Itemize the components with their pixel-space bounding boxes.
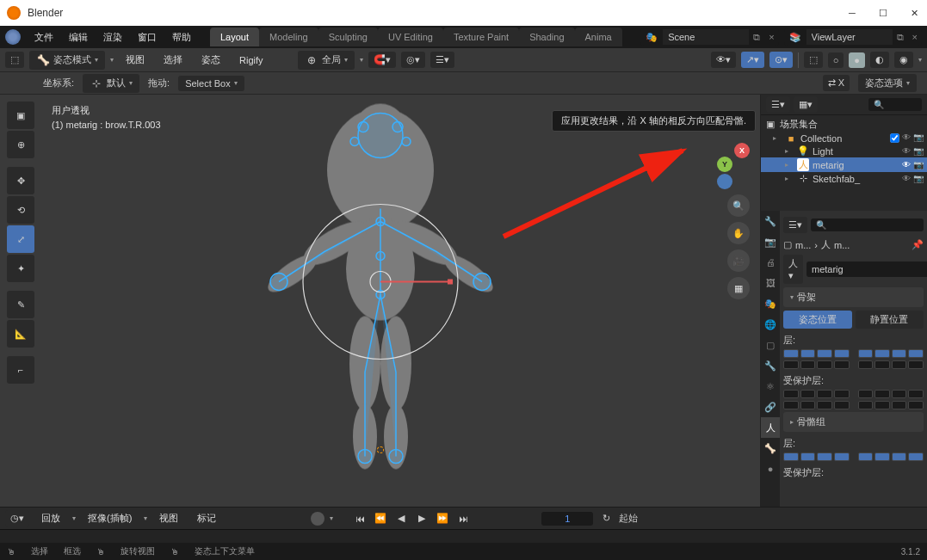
ptab-tool[interactable]: 🔧 [761, 211, 780, 231]
axis-x-icon[interactable]: X [734, 143, 750, 158]
ptab-world[interactable]: 🌐 [761, 314, 780, 335]
tree-metarig[interactable]: ▸ 人 metarig 👁 📷 [761, 157, 927, 172]
camera-view-button[interactable]: 🎥 [727, 249, 750, 272]
play-button[interactable]: ▶ [414, 511, 430, 526]
play-reverse-button[interactable]: ◀ [393, 511, 409, 526]
app-icon[interactable] [5, 29, 21, 45]
mirror-x-button[interactable]: ⇄ X [823, 75, 850, 91]
ptab-constraint[interactable]: 🔗 [761, 397, 780, 417]
perspective-toggle-button[interactable]: ▦ [727, 277, 750, 299]
outliner-display-mode[interactable]: ☰▾ [766, 96, 790, 113]
outliner-search[interactable]: 🔍 [868, 98, 923, 111]
timeline-view[interactable]: 视图 [152, 508, 185, 528]
shading-solid[interactable]: ● [849, 52, 865, 68]
menu-render[interactable]: 渲染 [96, 28, 129, 47]
workspace-modeling[interactable]: Modeling [259, 28, 318, 46]
snap-toggle[interactable]: 🧲▾ [368, 52, 396, 68]
ptab-scene[interactable]: 🎭 [761, 293, 780, 314]
minimize-button[interactable]: ─ [846, 7, 858, 19]
workspace-texture[interactable]: Texture Paint [443, 28, 519, 46]
menu-pose[interactable]: 姿态 [195, 50, 227, 70]
keyframe-next-button[interactable]: ⏩ [435, 511, 450, 526]
tree-collection[interactable]: ▸ ■ Collection 👁 📷 [761, 132, 927, 145]
ptab-physics[interactable]: ⚛ [761, 376, 780, 397]
armature-layers[interactable] [783, 349, 924, 358]
visibility-dropdown[interactable]: 👁▾ [711, 52, 736, 68]
timeline-editor-icon[interactable]: ◷▾ [5, 510, 29, 526]
tool-extrude[interactable]: ⌐ [7, 356, 34, 384]
tool-rotate[interactable]: ⟲ [7, 196, 34, 224]
tool-measure[interactable]: 📐 [7, 320, 34, 348]
armature-name-input[interactable] [806, 262, 927, 277]
overlay-toggle[interactable]: ⊙▾ [769, 52, 793, 68]
3d-viewport[interactable]: ▣ ⊕ ✥ ⟲ ⤢ ✦ ✎ 📐 ⌐ 用户透视 (1) metarig : bro… [0, 95, 760, 507]
pill-pose-position[interactable]: 姿态位置 [783, 311, 852, 329]
chevron-down-icon[interactable]: ▾ [918, 56, 922, 64]
ptab-material[interactable]: ● [761, 458, 780, 479]
options-icon[interactable]: ☰▾ [430, 52, 454, 68]
protected-layers-2[interactable] [783, 401, 924, 409]
tool-transform[interactable]: ✦ [7, 255, 34, 282]
tree-scene-collection[interactable]: ▣ 场景集合 [761, 117, 927, 132]
jump-end-button[interactable]: ⏭ [455, 511, 471, 526]
scene-copy-icon[interactable]: ⧉ [749, 32, 764, 43]
scene-delete-icon[interactable]: × [764, 32, 778, 42]
menu-view[interactable]: 视图 [119, 50, 151, 70]
expand-icon[interactable]: ▸ [785, 161, 794, 169]
jump-start-button[interactable]: ⏮ [352, 511, 368, 526]
ptab-output[interactable]: 🖨 [761, 252, 780, 273]
ptab-viewlayer[interactable]: 🖼 [761, 273, 780, 293]
shading-rendered[interactable]: ◉ [894, 52, 913, 68]
timeline-track[interactable] [0, 529, 927, 543]
viewlayer-copy-icon[interactable]: ⧉ [893, 32, 908, 43]
props-options-icon[interactable]: ☰▾ [783, 217, 807, 233]
viewlayer-field[interactable]: 📚 ⧉ × [784, 28, 922, 46]
tree-light[interactable]: ▸ 💡 Light 👁 📷 [761, 145, 927, 157]
workspace-shading[interactable]: Shading [519, 28, 574, 46]
timeline-marker[interactable]: 标记 [190, 508, 223, 528]
axis-y-icon[interactable]: Y [717, 157, 732, 172]
tool-scale[interactable]: ⤢ [7, 225, 34, 253]
ptab-bone[interactable]: 🦴 [761, 438, 780, 458]
frame-reset-icon[interactable]: ↻ [598, 511, 614, 526]
menu-help[interactable]: 帮助 [165, 28, 198, 47]
pill-rest-position[interactable]: 静置位置 [856, 311, 924, 329]
ptab-armature[interactable]: 人 [761, 417, 780, 438]
proportional-toggle[interactable]: ◎▾ [401, 52, 425, 68]
tree-sketchfab[interactable]: ▸ ⊹ Sketchfab_ 👁 📷 [761, 172, 927, 185]
menu-file[interactable]: 文件 [28, 28, 60, 47]
menu-edit[interactable]: 编辑 [62, 28, 95, 47]
nav-gizmo[interactable]: X Y [695, 129, 750, 184]
armature-layers-2[interactable] [783, 360, 924, 369]
chevron-down-icon[interactable]: ▾ [360, 56, 363, 64]
workspace-layout[interactable]: Layout [210, 28, 259, 46]
workspace-sculpting[interactable]: Sculpting [318, 28, 378, 46]
collection-checkbox[interactable] [891, 133, 899, 142]
maximize-button[interactable]: ☐ [877, 7, 889, 19]
viewlayer-browse-icon[interactable]: 📚 [784, 32, 806, 43]
autokey-toggle[interactable] [311, 512, 324, 526]
expand-icon[interactable]: ▸ [785, 175, 794, 182]
current-frame-input[interactable] [541, 512, 593, 526]
mode-dropdown[interactable]: 🦴 姿态模式 ▾ [29, 51, 105, 70]
tool-annotate[interactable]: ✎ [7, 291, 34, 318]
expand-icon[interactable]: ▸ [785, 147, 794, 155]
timeline-playback[interactable]: 回放 [34, 508, 67, 528]
ptab-render[interactable]: 📷 [761, 231, 780, 252]
viewlayer-delete-icon[interactable]: × [908, 32, 922, 42]
close-button[interactable]: ✕ [908, 7, 920, 19]
pose-options-dropdown[interactable]: 姿态选项 ▾ [858, 74, 917, 92]
viewlayer-input[interactable] [806, 29, 893, 45]
panel-armature[interactable]: ▾骨架 [783, 287, 924, 307]
panel-bonegroups[interactable]: ▸骨骼组 [783, 412, 924, 432]
protected-layers[interactable] [783, 390, 924, 398]
ptab-modifier[interactable]: 🔧 [761, 355, 780, 376]
scene-input[interactable] [663, 29, 749, 45]
scene-browse-icon[interactable]: 🎭 [640, 32, 663, 43]
drag-dropdown[interactable]: Select Box ▾ [178, 76, 244, 91]
shading-wireframe[interactable]: ○ [828, 52, 844, 68]
menu-rigify[interactable]: Rigify [232, 52, 270, 69]
outliner-filter-icon[interactable]: ▦▾ [794, 96, 818, 113]
timeline-keying[interactable]: 抠像(插帧) [81, 508, 139, 528]
tool-select-box[interactable]: ▣ [7, 102, 34, 129]
